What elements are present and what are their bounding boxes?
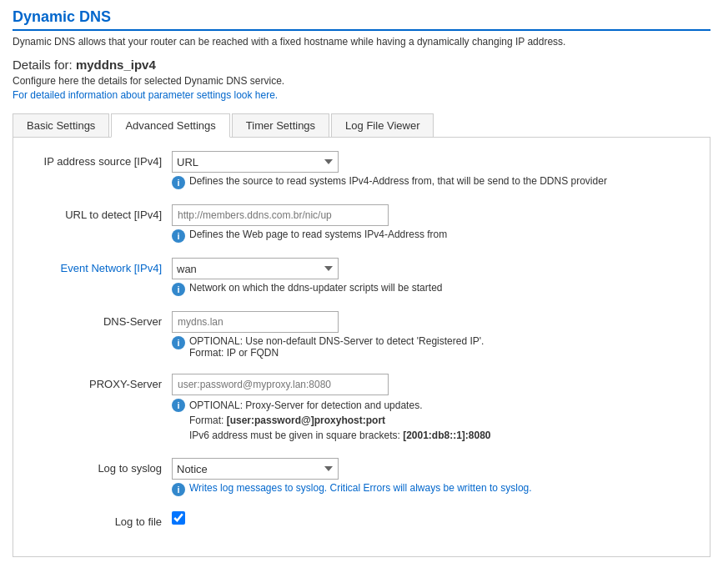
details-heading: Details for: myddns_ipv4 <box>13 58 710 72</box>
url-detect-label: URL to detect [IPv4] <box>22 204 172 221</box>
ip-source-help-text: Defines the source to read systems IPv4-… <box>189 175 607 187</box>
dns-server-input[interactable] <box>172 311 339 333</box>
url-detect-row: URL to detect [IPv4] i Defines the Web p… <box>22 204 701 243</box>
page-title: Dynamic DNS <box>13 8 710 31</box>
event-network-help: i Network on which the ddns-updater scri… <box>172 282 701 296</box>
url-detect-controls: i Defines the Web page to read systems I… <box>172 204 701 243</box>
event-network-controls: wan lan wan6 i Network on which the ddns… <box>172 258 701 296</box>
ip-source-row: IP address source [IPv4] URL Network Scr… <box>22 151 701 189</box>
ip-source-help: i Defines the source to read systems IPv… <box>172 175 701 189</box>
tab-timer[interactable]: Timer Settings <box>232 113 329 138</box>
ip-source-label: IP address source [IPv4] <box>22 151 172 168</box>
event-network-help-text: Network on which the ddns-updater script… <box>189 282 442 294</box>
tab-logfile[interactable]: Log File Viewer <box>331 113 434 138</box>
proxy-server-row: PROXY-Server i OPTIONAL: Proxy-Server fo… <box>22 374 701 443</box>
content-area: IP address source [IPv4] URL Network Scr… <box>13 138 710 557</box>
log-file-row: Log to file <box>22 511 701 528</box>
log-file-label: Log to file <box>22 511 172 528</box>
event-network-label: Event Network [IPv4] <box>22 258 172 274</box>
ip-source-select[interactable]: URL Network Script Web <box>172 151 339 173</box>
log-file-controls <box>172 511 701 527</box>
configure-link[interactable]: For detailed information about parameter… <box>13 89 278 101</box>
dns-server-help-text: OPTIONAL: Use non-default DNS-Server to … <box>189 335 484 359</box>
log-syslog-select[interactable]: Notice Info Warning Error <box>172 458 339 480</box>
configure-text: Configure here the details for selected … <box>13 75 710 87</box>
url-detect-help: i Defines the Web page to read systems I… <box>172 229 701 243</box>
dns-server-label: DNS-Server <box>22 311 172 328</box>
tabs-container: Basic Settings Advanced Settings Timer S… <box>13 113 710 138</box>
dns-server-info-icon: i <box>172 336 185 349</box>
url-detect-info-icon: i <box>172 229 185 243</box>
log-syslog-controls: Notice Info Warning Error i Writes log m… <box>172 458 701 496</box>
proxy-server-input[interactable] <box>172 374 389 395</box>
proxy-server-label: PROXY-Server <box>22 374 172 390</box>
proxy-server-controls: i OPTIONAL: Proxy-Server for detection a… <box>172 374 701 443</box>
details-section: Details for: myddns_ipv4 Configure here … <box>13 58 710 101</box>
page-header: Dynamic DNS Dynamic DNS allows that your… <box>13 8 710 48</box>
log-syslog-row: Log to syslog Notice Info Warning Error … <box>22 458 701 496</box>
url-detect-input[interactable] <box>172 204 389 226</box>
proxy-server-info-icon: i <box>172 399 185 412</box>
page-description: Dynamic DNS allows that your router can … <box>13 36 710 48</box>
dns-server-row: DNS-Server i OPTIONAL: Use non-default D… <box>22 311 701 359</box>
event-network-row: Event Network [IPv4] wan lan wan6 i Netw… <box>22 258 701 296</box>
tab-advanced[interactable]: Advanced Settings <box>111 113 229 138</box>
proxy-server-help: i OPTIONAL: Proxy-Server for detection a… <box>172 398 701 443</box>
proxy-server-help-text: OPTIONAL: Proxy-Server for detection and… <box>189 398 491 443</box>
event-network-select[interactable]: wan lan wan6 <box>172 258 339 279</box>
ip-source-info-icon: i <box>172 176 185 189</box>
log-syslog-info-icon: i <box>172 483 185 496</box>
url-detect-help-text: Defines the Web page to read systems IPv… <box>189 229 447 240</box>
log-syslog-help: i Writes log messages to syslog. Critica… <box>172 482 701 496</box>
page-container: Dynamic DNS Dynamic DNS allows that your… <box>0 0 723 565</box>
log-syslog-help-text: Writes log messages to syslog. Critical … <box>189 482 532 494</box>
log-file-checkbox[interactable] <box>172 511 185 525</box>
event-network-info-icon: i <box>172 283 185 296</box>
ip-source-controls: URL Network Script Web i Defines the sou… <box>172 151 701 189</box>
dns-server-controls: i OPTIONAL: Use non-default DNS-Server t… <box>172 311 701 359</box>
tab-basic[interactable]: Basic Settings <box>13 113 109 138</box>
dns-server-help: i OPTIONAL: Use non-default DNS-Server t… <box>172 335 701 359</box>
log-syslog-label: Log to syslog <box>22 458 172 475</box>
